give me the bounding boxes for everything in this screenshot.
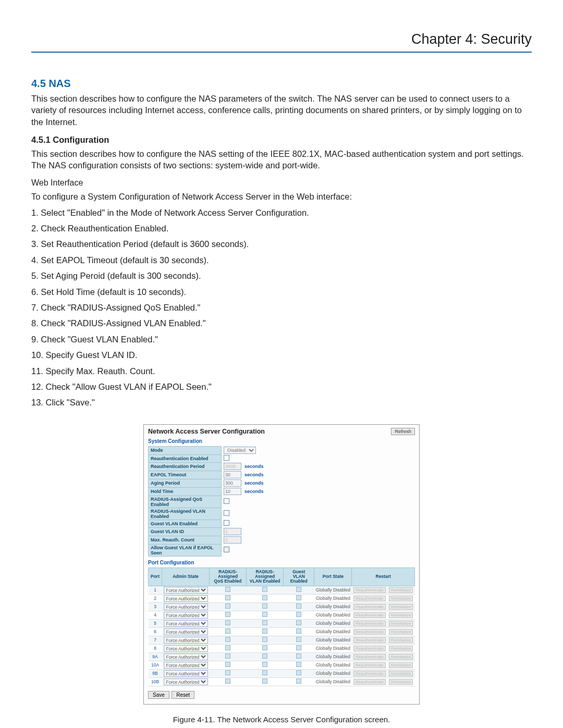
config-input[interactable] (224, 479, 241, 487)
port-checkbox[interactable] (262, 645, 267, 650)
port-number: 6 (149, 627, 162, 636)
port-number: 8 (149, 644, 162, 652)
port-header: RADIUS-AssignedQoS Enabled (210, 567, 247, 586)
reinitialize-button[interactable]: Reinitialize (389, 604, 413, 610)
port-checkbox[interactable] (296, 645, 301, 650)
port-checkbox[interactable] (225, 620, 230, 625)
table-row: 4Force AuthorizedGlobally DisabledReauth… (149, 611, 415, 619)
reauthenticate-button[interactable]: Reauthenticate (353, 637, 386, 643)
port-state: Globally Disabled (314, 627, 352, 636)
port-checkbox[interactable] (262, 670, 267, 675)
reauthenticate-button[interactable]: Reauthenticate (353, 604, 386, 610)
checkbox[interactable] (224, 498, 229, 504)
chapter-header: Chapter 4: Security (31, 31, 532, 53)
reauthenticate-button[interactable]: Reauthenticate (353, 596, 386, 601)
checkbox[interactable] (224, 520, 229, 526)
port-number: 1 (149, 586, 162, 594)
port-state: Globally Disabled (314, 677, 352, 686)
port-checkbox[interactable] (296, 653, 301, 659)
admin-state-select[interactable]: Force Authorized (164, 678, 208, 685)
port-checkbox[interactable] (225, 595, 230, 600)
admin-state-select[interactable]: Force Authorized (164, 653, 208, 660)
port-header: Port (149, 567, 162, 586)
reauthenticate-button[interactable]: Reauthenticate (353, 621, 386, 626)
admin-state-select[interactable]: Force Authorized (164, 603, 208, 610)
port-checkbox[interactable] (296, 603, 301, 609)
reinitialize-button[interactable]: Reinitialize (389, 637, 413, 643)
step-item: 6. Set Hold Time (default is 10 seconds)… (31, 285, 532, 299)
port-config-table: PortAdmin StateRADIUS-AssignedQoS Enable… (148, 567, 415, 686)
admin-state-select[interactable]: Force Authorized (164, 628, 208, 635)
port-checkbox[interactable] (225, 637, 230, 642)
reinitialize-button[interactable]: Reinitialize (389, 662, 413, 668)
reset-button[interactable]: Reset (172, 691, 194, 699)
reinitialize-button[interactable]: Reinitialize (389, 621, 413, 626)
reinitialize-button[interactable]: Reinitialize (389, 629, 413, 635)
reauthenticate-button[interactable]: Reauthenticate (353, 629, 386, 635)
checkbox[interactable] (224, 455, 229, 461)
port-checkbox[interactable] (225, 587, 230, 592)
port-state: Globally Disabled (314, 611, 352, 619)
port-checkbox[interactable] (262, 662, 267, 667)
admin-state-select[interactable]: Force Authorized (164, 620, 208, 627)
port-checkbox[interactable] (262, 595, 267, 600)
admin-state-select[interactable]: Force Authorized (164, 670, 208, 677)
port-checkbox[interactable] (225, 612, 230, 617)
port-checkbox[interactable] (225, 645, 230, 650)
reauthenticate-button[interactable]: Reauthenticate (353, 646, 386, 651)
admin-state-select[interactable]: Force Authorized (164, 595, 208, 602)
nas-config-screenshot: Network Access Server Configuration Refr… (143, 424, 420, 705)
port-state: Globally Disabled (314, 586, 352, 594)
reauthenticate-button[interactable]: Reauthenticate (353, 679, 386, 685)
admin-state-select[interactable]: Force Authorized (164, 645, 208, 652)
mode-select[interactable]: Disabled (224, 447, 256, 454)
port-checkbox[interactable] (225, 603, 230, 609)
port-checkbox[interactable] (225, 678, 230, 684)
port-checkbox[interactable] (296, 628, 301, 634)
config-input[interactable] (224, 488, 241, 495)
reinitialize-button[interactable]: Reinitialize (389, 646, 413, 651)
reinitialize-button[interactable]: Reinitialize (389, 654, 413, 660)
port-checkbox[interactable] (225, 662, 230, 667)
port-checkbox[interactable] (296, 595, 301, 600)
refresh-button[interactable]: Refresh (391, 428, 415, 435)
port-checkbox[interactable] (262, 628, 267, 634)
port-checkbox[interactable] (296, 612, 301, 617)
step-item: 4. Set EAPOL Timeout (default is 30 seco… (31, 253, 532, 267)
admin-state-select[interactable]: Force Authorized (164, 587, 208, 594)
reauthenticate-button[interactable]: Reauthenticate (353, 671, 386, 676)
port-checkbox[interactable] (225, 670, 230, 675)
port-checkbox[interactable] (262, 678, 267, 684)
reinitialize-button[interactable]: Reinitialize (389, 679, 413, 685)
port-checkbox[interactable] (262, 612, 267, 617)
table-row: 3Force AuthorizedGlobally DisabledReauth… (149, 602, 415, 611)
reauthenticate-button[interactable]: Reauthenticate (353, 654, 386, 660)
reinitialize-button[interactable]: Reinitialize (389, 596, 413, 601)
port-checkbox[interactable] (225, 653, 230, 659)
port-checkbox[interactable] (262, 637, 267, 642)
port-checkbox[interactable] (296, 637, 301, 642)
checkbox[interactable] (224, 510, 229, 516)
port-checkbox[interactable] (296, 620, 301, 625)
port-checkbox[interactable] (262, 587, 267, 592)
port-checkbox[interactable] (225, 628, 230, 634)
unit-label: seconds (241, 472, 264, 477)
admin-state-select[interactable]: Force Authorized (164, 612, 208, 619)
port-checkbox[interactable] (296, 587, 301, 592)
admin-state-select[interactable]: Force Authorized (164, 662, 208, 669)
reauthenticate-button[interactable]: Reauthenticate (353, 612, 386, 618)
port-checkbox[interactable] (262, 603, 267, 609)
reauthenticate-button[interactable]: Reauthenticate (353, 662, 386, 668)
port-checkbox[interactable] (262, 620, 267, 625)
admin-state-select[interactable]: Force Authorized (164, 637, 208, 644)
reinitialize-button[interactable]: Reinitialize (389, 587, 413, 593)
config-input[interactable] (224, 471, 241, 478)
port-checkbox[interactable] (296, 662, 301, 667)
save-button[interactable]: Save (148, 691, 169, 699)
port-checkbox[interactable] (296, 670, 301, 675)
reinitialize-button[interactable]: Reinitialize (389, 671, 413, 676)
port-checkbox[interactable] (296, 678, 301, 684)
port-checkbox[interactable] (262, 653, 267, 659)
reauthenticate-button[interactable]: Reauthenticate (353, 587, 386, 593)
reinitialize-button[interactable]: Reinitialize (389, 612, 413, 618)
